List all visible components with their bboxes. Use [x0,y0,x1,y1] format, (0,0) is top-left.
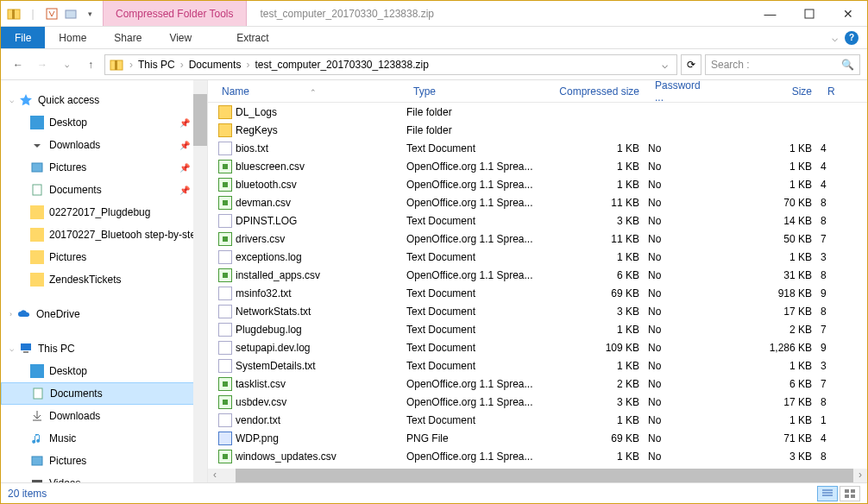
scrollbar-thumb[interactable] [236,469,853,482]
qat-customize-icon[interactable]: ▾ [82,6,97,22]
nav-folder-bluetooth[interactable]: 20170227_Bluetooh step-by-step [1,224,207,246]
file-row[interactable]: SystemDetails.txtText Document1 KBNo1 KB… [208,356,867,375]
chevron-right-icon[interactable]: › [126,59,136,71]
ribbon-chevron-icon[interactable]: ⌵ [832,32,838,44]
close-button[interactable]: ✕ [828,1,867,26]
file-ratio: 8 [821,396,838,408]
properties-icon[interactable] [44,6,60,22]
file-password: No [648,450,717,463]
nav-desktop[interactable]: Desktop📌 [1,111,207,134]
thumbnails-view-button[interactable] [840,486,860,501]
file-row[interactable]: WDP.pngPNG File69 KBNo71 KB4 [208,429,867,447]
file-row[interactable]: Plugdebug.logText Document1 KBNo2 KB7 [208,320,867,338]
file-row[interactable]: bluescreen.csvOpenOffice.org 1.1 Sprea..… [208,157,867,175]
new-folder-icon[interactable] [63,6,79,22]
nav-documents2[interactable]: Documents [1,382,207,405]
file-row[interactable]: vendor.txtText Document1 KBNo1 KB1 [208,411,867,429]
minimize-button[interactable]: — [751,1,789,26]
forward-button[interactable]: → [32,54,53,75]
tab-extract[interactable]: Extract [205,27,299,48]
file-row[interactable]: tasklist.csvOpenOffice.org 1.1 Sprea...2… [208,375,867,393]
column-header-password[interactable]: Password ... [648,80,717,104]
file-size: 918 KB [717,287,821,299]
tab-share[interactable]: Share [100,27,155,48]
nav-downloads2[interactable]: Downloads [1,405,207,427]
file-row[interactable]: drivers.csvOpenOffice.org 1.1 Sprea...11… [208,230,867,248]
chevron-down-icon[interactable]: ⌵ [9,344,14,353]
search-input[interactable]: Search : 🔍 [705,54,860,75]
nav-videos[interactable]: Videos [1,472,207,482]
file-row[interactable]: NetworkStats.txtText Document3 KBNo17 KB… [208,302,867,320]
nav-folder-plugdebug[interactable]: 02272017_Plugdebug [1,201,207,224]
nav-this-pc[interactable]: ⌵This PC [1,337,207,360]
scroll-right-icon[interactable]: › [853,469,867,482]
nav-folder-pictures2[interactable]: Pictures [1,246,207,268]
help-icon[interactable]: ? [845,31,859,45]
nav-label: 02272017_Plugdebug [49,206,150,218]
chevron-right-icon[interactable]: › [242,59,253,71]
file-row[interactable]: devman.csvOpenOffice.org 1.1 Sprea...11 … [208,193,867,211]
file-type: OpenOffice.org 1.1 Sprea... [406,233,536,245]
svg-rect-10 [23,351,28,353]
nav-scrollbar[interactable] [193,80,207,482]
maximize-button[interactable] [789,1,828,26]
nav-pictures[interactable]: Pictures📌 [1,156,207,179]
navigation-pane[interactable]: ⌵ Quick access Desktop📌 Downloads📌 Pictu… [1,80,208,482]
nav-music[interactable]: Music [1,427,207,450]
csv-icon [218,178,232,192]
file-row[interactable]: setupapi.dev.logText Document109 KBNo1,2… [208,338,867,356]
file-password: No [648,342,717,354]
nav-documents[interactable]: Documents📌 [1,179,207,201]
nav-label: Downloads [49,410,100,422]
file-ratio: 4 [821,432,838,444]
up-button[interactable]: ↑ [80,54,101,75]
file-row[interactable]: installed_apps.csvOpenOffice.org 1.1 Spr… [208,266,867,284]
scrollbar-thumb[interactable] [193,94,207,146]
refresh-button[interactable]: ⟳ [681,54,701,75]
chevron-right-icon[interactable]: › [177,59,187,71]
nav-onedrive[interactable]: ›OneDrive [1,303,207,325]
contextual-tab-compressed[interactable]: Compressed Folder Tools [103,1,247,26]
nav-label: Desktop [49,117,87,129]
tab-file[interactable]: File [1,27,45,48]
chevron-right-icon[interactable]: › [9,310,12,318]
nav-downloads[interactable]: Downloads📌 [1,134,207,156]
breadcrumb[interactable]: › This PC › Documents › test_computer_20… [104,54,677,75]
column-header-ratio[interactable]: R [821,85,838,98]
breadcrumb-dropdown-icon[interactable]: ⌵ [657,59,673,71]
file-name: DPINST.LOG [236,215,297,227]
tab-view[interactable]: View [155,27,205,48]
chevron-down-icon[interactable]: ⌵ [9,96,14,104]
file-list[interactable]: DL_LogsFile folderRegKeysFile folderbios… [208,103,867,469]
file-password: No [648,142,717,154]
file-password: No [648,197,717,209]
column-header-compressed-size[interactable]: Compressed size [536,85,648,98]
file-row[interactable]: DPINST.LOGText Document3 KBNo14 KB8 [208,211,867,230]
column-header-name[interactable]: Name⌃ [215,85,406,98]
back-button[interactable]: ← [8,54,28,75]
recent-locations-icon[interactable]: ⌵ [56,54,77,75]
nav-folder-zendesk[interactable]: ZendeskTickets [1,268,207,291]
file-row[interactable]: usbdev.csvOpenOffice.org 1.1 Sprea...3 K… [208,393,867,411]
tab-home[interactable]: Home [45,27,100,48]
file-row[interactable]: RegKeysFile folder [208,121,867,139]
pin-icon: 📌 [179,186,190,195]
details-view-button[interactable] [817,486,838,501]
file-row[interactable]: bios.txtText Document1 KBNo1 KB4 [208,139,867,157]
breadcrumb-segment[interactable]: This PC [138,59,175,71]
column-header-size[interactable]: Size [717,85,821,98]
file-row[interactable]: msinfo32.txtText Document69 KBNo918 KB9 [208,284,867,302]
file-row[interactable]: DL_LogsFile folder [208,103,867,121]
file-row[interactable]: windows_updates.csvOpenOffice.org 1.1 Sp… [208,447,867,465]
column-header-type[interactable]: Type [406,85,536,98]
nav-quick-access[interactable]: ⌵ Quick access [1,89,207,111]
file-row[interactable]: bluetooth.csvOpenOffice.org 1.1 Sprea...… [208,175,867,193]
file-row[interactable]: exceptions.logText Document1 KBNo1 KB3 [208,248,867,266]
breadcrumb-segment[interactable]: test_computer_20170330_123838.zip [255,59,429,71]
breadcrumb-segment[interactable]: Documents [189,59,242,71]
horizontal-scrollbar[interactable]: ‹ › [208,469,867,482]
content-pane: Name⌃ Type Compressed size Password ... … [208,80,867,482]
scroll-left-icon[interactable]: ‹ [208,469,222,482]
nav-desktop2[interactable]: Desktop [1,360,207,382]
nav-pictures3[interactable]: Pictures [1,450,207,472]
